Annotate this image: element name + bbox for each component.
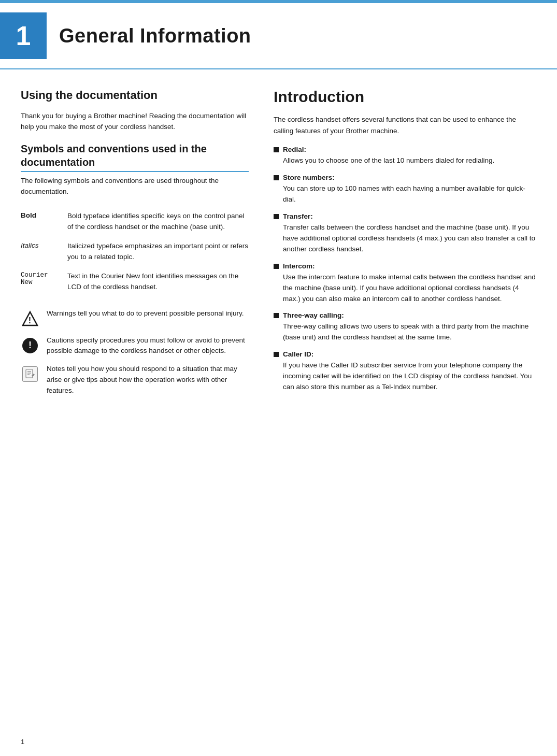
- note-icon: [22, 366, 38, 382]
- chapter-number: 1: [16, 20, 31, 51]
- icon-section: ! Warnings tell you what to do to preven…: [21, 308, 249, 397]
- feature-item-callerid: Caller ID: If you have the Caller ID sub…: [274, 350, 536, 393]
- feature-name-redial: Redial:: [283, 146, 306, 153]
- svg-text:!: !: [28, 316, 31, 325]
- feature-header-store: Store numbers:: [274, 174, 536, 181]
- intro-title: Introduction: [274, 88, 536, 106]
- feature-name-store: Store numbers:: [283, 174, 335, 181]
- warning-icon-box: !: [21, 309, 39, 328]
- feature-desc-intercom: Use the intercom feature to make interna…: [283, 272, 536, 305]
- section1-intro: Thank you for buying a Brother machine! …: [21, 110, 249, 133]
- feature-desc-store: You can store up to 100 names with each …: [283, 183, 536, 205]
- feature-item-transfer: Transfer: Transfer calls between the cor…: [274, 212, 536, 255]
- feature-item-threeway: Three-way calling: Three-way calling all…: [274, 311, 536, 343]
- chapter-banner: 1 General Information: [0, 3, 557, 69]
- feature-item-intercom: Intercom: Use the intercom feature to ma…: [274, 262, 536, 305]
- feature-desc-transfer: Transfer calls between the cordless hand…: [283, 222, 536, 255]
- caution-icon: !: [22, 338, 38, 353]
- warning-row: ! Warnings tell you what to do to preven…: [21, 308, 249, 328]
- feature-item-store: Store numbers: You can store up to 100 n…: [274, 174, 536, 205]
- bullet-store: [274, 175, 279, 180]
- caution-icon-box: !: [21, 336, 39, 355]
- feature-desc-threeway: Three-way calling allows two users to sp…: [283, 321, 536, 343]
- bullet-intercom: [274, 264, 279, 269]
- feature-name-threeway: Three-way calling:: [283, 311, 344, 319]
- convention-def-bold: Bold typeface identifies specific keys o…: [67, 211, 249, 233]
- feature-header-intercom: Intercom:: [274, 262, 536, 270]
- bullet-redial: [274, 147, 279, 152]
- right-column: Introduction The cordless handset offers…: [274, 88, 536, 404]
- feature-desc-redial: Allows you to choose one of the last 10 …: [283, 155, 536, 166]
- svg-marker-6: [32, 374, 35, 377]
- section2-intro: The following symbols and conventions ar…: [21, 175, 249, 197]
- convention-term-bold: Bold: [21, 211, 58, 219]
- main-content: Using the documentation Thank you for bu…: [0, 69, 557, 424]
- feature-item-redial: Redial: Allows you to choose one of the …: [274, 146, 536, 166]
- feature-name-callerid: Caller ID:: [283, 350, 313, 358]
- feature-header-callerid: Caller ID:: [274, 350, 536, 358]
- convention-def-italics: Italicized typeface emphasizes an import…: [67, 241, 249, 263]
- convention-term-courier: CourierNew: [21, 271, 58, 286]
- feature-desc-callerid: If you have the Caller ID subscriber ser…: [283, 360, 536, 393]
- feature-name-intercom: Intercom:: [283, 262, 315, 270]
- chapter-number-box: 1: [0, 12, 47, 59]
- feature-header-redial: Redial:: [274, 146, 536, 153]
- convention-row-bold: Bold Bold typeface identifies specific k…: [21, 207, 249, 237]
- intro-paragraph: The cordless handset offers several func…: [274, 114, 536, 136]
- bullet-callerid: [274, 352, 279, 357]
- convention-row-courier: CourierNew Text in the Courier New font …: [21, 267, 249, 297]
- note-row: Notes tell you how you should respond to…: [21, 364, 249, 396]
- convention-table: Bold Bold typeface identifies specific k…: [21, 207, 249, 297]
- convention-row-italics: Italics Italicized typeface emphasizes a…: [21, 237, 249, 267]
- page-number: 1: [21, 738, 24, 746]
- feature-list: Redial: Allows you to choose one of the …: [274, 146, 536, 393]
- bullet-transfer: [274, 214, 279, 219]
- left-column: Using the documentation Thank you for bu…: [21, 88, 249, 404]
- note-text: Notes tell you how you should respond to…: [47, 364, 249, 396]
- svg-rect-2: [26, 369, 33, 378]
- warning-text: Warnings tell you what to do to prevent …: [47, 308, 249, 319]
- caution-row: ! Cautions specify procedures you must f…: [21, 335, 249, 357]
- note-icon-box: [21, 365, 39, 383]
- section2-title: Symbols and conventions used in the docu…: [21, 142, 249, 172]
- feature-header-threeway: Three-way calling:: [274, 311, 536, 319]
- bullet-threeway: [274, 313, 279, 318]
- feature-name-transfer: Transfer:: [283, 212, 313, 220]
- warning-icon: !: [22, 310, 38, 327]
- convention-def-courier: Text in the Courier New font identifies …: [67, 271, 249, 293]
- section1-title: Using the documentation: [21, 88, 249, 103]
- convention-term-italics: Italics: [21, 241, 58, 249]
- chapter-title: General Information: [59, 25, 251, 47]
- note-pencil-svg: [24, 368, 36, 380]
- feature-header-transfer: Transfer:: [274, 212, 536, 220]
- caution-text: Cautions specify procedures you must fol…: [47, 335, 249, 357]
